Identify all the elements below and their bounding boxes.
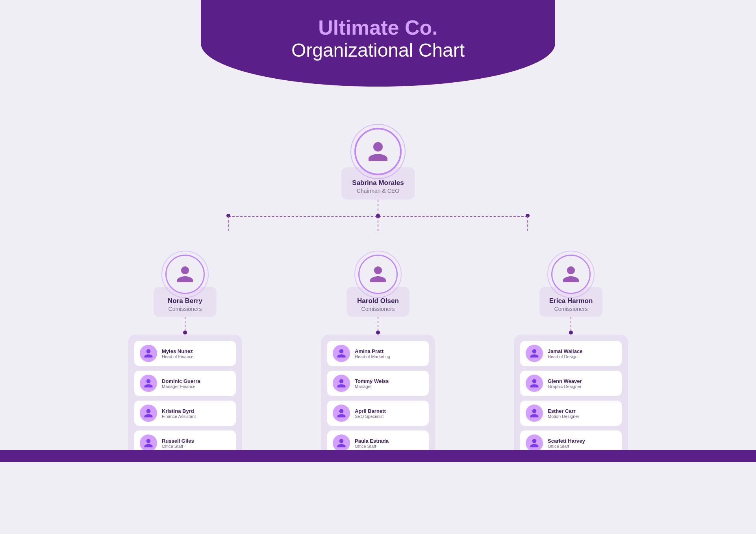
ceo-connector <box>228 200 528 231</box>
person-icon <box>529 438 539 448</box>
person-icon <box>366 140 390 163</box>
l2-right-vline <box>527 216 528 231</box>
l2-avatar-0 <box>165 255 205 294</box>
l2-role-0: Comissioners <box>162 306 208 312</box>
l3-role-0-1: Manager Finance <box>162 384 200 389</box>
chart-container: Sabrina Morales Chairman & CEO <box>0 61 756 462</box>
l2-role-2: Comissioners <box>548 306 594 312</box>
l3-avatar-0-0 <box>140 345 157 362</box>
l3-box-2: Jamal Wallace Head of Design Glenn Weave… <box>514 334 628 462</box>
l2-name-0: Nora Berry <box>162 297 208 305</box>
l3-box-0: Myles Nunez Head of Finance Dominic Guer… <box>128 334 242 462</box>
l3-card-2-1: Glenn Weaver Graphic Designer <box>520 371 622 396</box>
person-icon <box>336 408 346 418</box>
l3-name-0-0: Myles Nunez <box>162 348 194 354</box>
l3-role-1-3: Office Staff <box>355 444 389 449</box>
l3-card-0-1: Dominic Guerra Manager Finance <box>134 371 236 396</box>
l3-text-1-1: Tommy Weiss Manager <box>355 378 389 389</box>
l3-avatar-1-0 <box>333 345 350 362</box>
person-icon <box>175 264 195 284</box>
l3-role-0-0: Head of Finance <box>162 354 194 359</box>
l3-name-0-1: Dominic Guerra <box>162 378 200 384</box>
l3-text-0-0: Myles Nunez Head of Finance <box>162 348 194 359</box>
l2-role-1: Comissioners <box>355 306 401 312</box>
l2-dot-1 <box>376 331 380 334</box>
person-icon <box>529 408 539 418</box>
l3-text-1-2: April Barnett SEO Specialist <box>355 408 386 419</box>
l3-role-2-3: Office Staff <box>548 444 585 449</box>
l3-text-2-2: Esther Carr Motion Designer <box>548 408 579 419</box>
l3-role-1-2: SEO Specialist <box>355 414 386 419</box>
l3-avatar-1-3 <box>333 434 350 452</box>
l3-name-1-2: April Barnett <box>355 408 386 414</box>
l2-vline-1 <box>378 317 378 331</box>
ceo-vertical-line <box>378 200 378 215</box>
l3-role-1-0: Head of Marketing <box>355 354 390 359</box>
person-icon <box>336 438 346 448</box>
l2-left-vline <box>228 216 229 231</box>
header-content: Ultimate Co. Organizational Chart <box>291 0 465 61</box>
footer-bar <box>0 450 756 462</box>
l3-name-1-0: Amina Pratt <box>355 348 390 354</box>
l3-name-1-1: Tommy Weiss <box>355 378 389 384</box>
l3-role-0-3: Office Staff <box>162 444 194 449</box>
l2-avatar-2 <box>551 255 591 294</box>
l2-name-2: Erica Harmon <box>548 297 594 305</box>
l2-column-0: Nora Berry Comissioners <box>128 255 242 462</box>
l3-text-0-2: Kristina Byrd Finance Assistant <box>162 408 196 419</box>
l2-dot-0 <box>183 331 187 334</box>
l3-avatar-1-2 <box>333 405 350 422</box>
l3-role-2-0: Head of Design <box>548 354 582 359</box>
person-icon <box>336 348 346 358</box>
l3-text-2-1: Glenn Weaver Graphic Designer <box>548 378 582 389</box>
person-icon <box>561 264 581 284</box>
l3-avatar-2-3 <box>526 434 543 452</box>
l2-vline-0 <box>185 317 185 331</box>
l2-avatar-1 <box>358 255 398 294</box>
l2-node-1: Harold Olsen Comissioners <box>346 255 410 317</box>
l3-name-2-1: Glenn Weaver <box>548 378 582 384</box>
chart-title-bold: Ultimate Co. <box>291 16 465 39</box>
person-icon <box>143 408 154 418</box>
l3-avatar-0-3 <box>140 434 157 452</box>
l2-vline-2 <box>571 317 571 331</box>
l3-name-2-0: Jamal Wallace <box>548 348 582 354</box>
person-icon <box>529 348 539 358</box>
ceo-name: Sabrina Morales <box>352 179 404 187</box>
l3-box-1: Amina Pratt Head of Marketing Tommy Weis… <box>321 334 435 462</box>
person-icon <box>368 264 388 284</box>
l2-l3-connector-1 <box>376 317 380 334</box>
l3-name-0-2: Kristina Byrd <box>162 408 196 414</box>
l3-text-0-1: Dominic Guerra Manager Finance <box>162 378 200 389</box>
person-icon <box>336 378 346 388</box>
l3-card-2-0: Jamal Wallace Head of Design <box>520 341 622 366</box>
l2-node-2: Erica Harmon Comissioners <box>539 255 602 317</box>
l3-avatar-2-0 <box>526 345 543 362</box>
person-icon <box>529 378 539 388</box>
l3-avatar-2-1 <box>526 375 543 392</box>
l2-l3-connector-2 <box>569 317 573 334</box>
l3-card-0-0: Myles Nunez Head of Finance <box>134 341 236 366</box>
l3-name-2-2: Esther Carr <box>548 408 579 414</box>
l3-avatar-0-2 <box>140 405 157 422</box>
l3-role-2-2: Motion Designer <box>548 414 579 419</box>
h-dot-right <box>526 214 530 218</box>
l3-card-1-0: Amina Pratt Head of Marketing <box>327 341 429 366</box>
l3-card-1-2: April Barnett SEO Specialist <box>327 401 429 426</box>
l3-text-1-0: Amina Pratt Head of Marketing <box>355 348 390 359</box>
l2-name-1: Harold Olsen <box>355 297 401 305</box>
l3-avatar-0-1 <box>140 375 157 392</box>
l2-column-2: Erica Harmon Comissioners <box>514 255 628 462</box>
l3-card-0-2: Kristina Byrd Finance Assistant <box>134 401 236 426</box>
l3-role-0-2: Finance Assistant <box>162 414 196 419</box>
org-chart-page: Ultimate Co. Organizational Chart Sabrin… <box>0 0 756 462</box>
l3-role-2-1: Graphic Designer <box>548 384 582 389</box>
l3-card-2-2: Esther Carr Motion Designer <box>520 401 622 426</box>
l3-card-1-1: Tommy Weiss Manager <box>327 371 429 396</box>
l3-role-1-1: Manager <box>355 384 389 389</box>
chart-title-light: Organizational Chart <box>291 39 465 61</box>
l3-text-2-0: Jamal Wallace Head of Design <box>548 348 582 359</box>
l3-text-2-3: Scarlett Harvey Office Staff <box>548 438 585 449</box>
l3-name-2-3: Scarlett Harvey <box>548 438 585 444</box>
ceo-role: Chairman & CEO <box>352 188 404 194</box>
